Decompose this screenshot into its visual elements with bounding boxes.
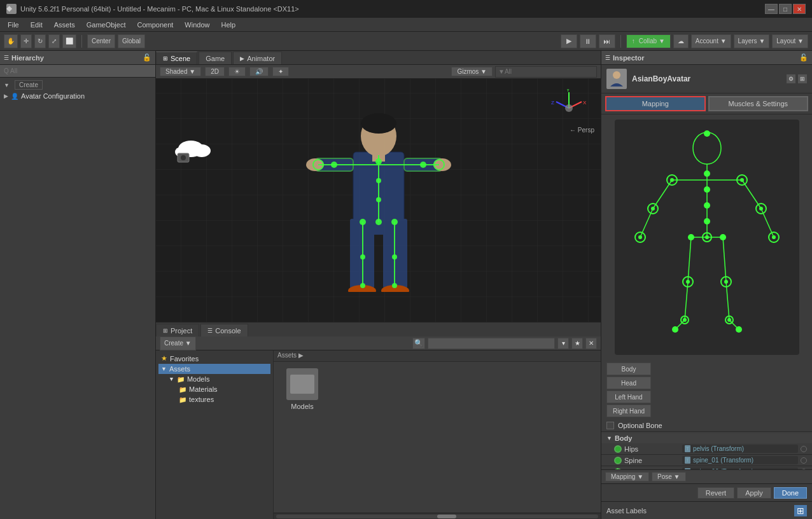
spine-bone-dot[interactable] xyxy=(801,457,807,464)
body-buttons: Body Head Left Hand Right Hand xyxy=(601,360,812,420)
svg-point-74 xyxy=(638,235,642,239)
project-tab-icon: ⊞ xyxy=(163,328,168,334)
scene-viewport[interactable]: X Z Y ← Persp xyxy=(156,79,601,322)
hierarchy-item-create: ▼ Create xyxy=(1,79,154,91)
project-options-icon[interactable]: ▾ xyxy=(557,338,569,349)
console-tab[interactable]: ☰ Console xyxy=(200,324,248,336)
create-button[interactable]: Create ▼ xyxy=(160,336,196,350)
pose-dropdown-button[interactable]: Pose ▼ xyxy=(652,472,685,481)
textures-item[interactable]: 📁 textures xyxy=(176,394,270,405)
body-button[interactable]: Body xyxy=(606,363,651,375)
models-label: Models xyxy=(187,375,209,383)
move-tool-button[interactable]: ✛ xyxy=(20,34,32,48)
sound-button[interactable]: 🔊 xyxy=(249,67,269,76)
scene-search[interactable] xyxy=(495,66,597,78)
project-search[interactable] xyxy=(428,338,555,349)
layout-button[interactable]: Layout ▼ xyxy=(772,34,808,48)
menu-edit[interactable]: Edit xyxy=(25,20,48,30)
cloud-button[interactable]: ☁ xyxy=(673,34,689,48)
gizmo-svg: X Z Y xyxy=(550,89,588,127)
expand-icon: ▶ xyxy=(4,93,8,99)
menu-file[interactable]: File xyxy=(3,20,24,30)
toolbar-right: ▶ ⏸ ⏭ ↑ Collab ▼ ☁ Account ▼ Layers ▼ La… xyxy=(561,34,808,48)
models-folder-item[interactable]: Models xyxy=(280,368,325,410)
inspector-panel: ☰ Inspector 🔓 AsianBoyAvatar ⚙ ⊞ xyxy=(601,51,812,519)
center-button[interactable]: Center xyxy=(87,34,115,48)
svg-point-26 xyxy=(420,162,426,168)
account-button[interactable]: Account ▼ xyxy=(691,34,731,48)
game-tab[interactable]: Game xyxy=(199,52,232,64)
scrollbar-thumb[interactable] xyxy=(437,515,456,518)
titlebar-controls[interactable]: — □ ✕ xyxy=(765,4,806,14)
layers-button[interactable]: Layers ▼ xyxy=(734,34,770,48)
menu-component[interactable]: Component xyxy=(132,20,178,30)
svg-point-31 xyxy=(391,219,398,225)
hand-tool-button[interactable]: ✋ xyxy=(4,34,18,48)
asset-labels-bar: Asset Labels ⊞ xyxy=(601,501,812,519)
asset-labels-button[interactable]: ⊞ xyxy=(794,505,807,516)
effects-button[interactable]: ✦ xyxy=(272,67,289,76)
lighting-button[interactable]: ☀ xyxy=(228,67,246,76)
minimize-button[interactable]: — xyxy=(765,4,778,14)
inspector-expand-icon[interactable]: ⊞ xyxy=(798,74,807,83)
inspector-bottom-toolbar: Mapping ▼ Pose ▼ xyxy=(601,469,812,483)
2d-button[interactable]: 2D xyxy=(205,67,225,76)
mapping-dropdown-button[interactable]: Mapping ▼ xyxy=(605,472,649,481)
persp-label: ← Persp xyxy=(570,127,594,134)
project-star-icon[interactable]: ★ xyxy=(571,338,583,349)
folder-icon-materials: 📁 xyxy=(179,386,186,393)
hierarchy-lock-icon[interactable]: 🔓 xyxy=(143,53,151,62)
project-tab[interactable]: ⊞ Project xyxy=(156,324,199,336)
avatar-svg xyxy=(608,70,626,88)
play-button[interactable]: ▶ xyxy=(561,34,577,48)
optional-bone-checkbox[interactable] xyxy=(606,422,614,429)
titlebar-title: Unity 5.6.2f1 Personal (64bit) - Untitle… xyxy=(20,5,299,13)
menu-gameobject[interactable]: GameObject xyxy=(81,20,131,30)
materials-item[interactable]: 📁 Materials xyxy=(176,384,270,394)
project-scrollbar[interactable] xyxy=(274,513,601,519)
muscles-settings-tab[interactable]: Muscles & Settings xyxy=(708,96,809,111)
mapping-tab[interactable]: Mapping xyxy=(605,96,706,111)
models-item[interactable]: ▼ 📁 Models xyxy=(166,374,270,384)
assets-root-item[interactable]: ▼ Assets xyxy=(158,364,270,374)
head-button[interactable]: Head xyxy=(606,377,651,389)
menu-window[interactable]: Window xyxy=(179,20,214,30)
scale-tool-button[interactable]: ⤢ xyxy=(48,34,60,48)
assets-children: ▼ 📁 Models 📁 Materials 📁 xyxy=(158,374,270,405)
gizmos-button[interactable]: Gizmos ▼ xyxy=(451,67,493,76)
svg-point-82 xyxy=(688,234,694,240)
hierarchy-item-avatar[interactable]: ▶ 👤 Avatar Configuration xyxy=(1,91,154,101)
global-button[interactable]: Global xyxy=(118,34,145,48)
inspector-lock-icon[interactable]: 🔓 xyxy=(799,53,808,62)
character-viewport xyxy=(162,88,595,292)
favorites-item[interactable]: ★ Favorites xyxy=(158,353,270,364)
maximize-button[interactable]: □ xyxy=(779,4,792,14)
pause-button[interactable]: ⏸ xyxy=(580,34,596,48)
hips-bone-dot[interactable] xyxy=(801,446,807,452)
svg-point-30 xyxy=(360,283,365,288)
project-console-tabs: ⊞ Project ☰ Console xyxy=(156,322,601,336)
animator-tab[interactable]: ▶ Animator xyxy=(233,52,282,64)
menu-assets[interactable]: Assets xyxy=(49,20,80,30)
inspector-settings-icon[interactable]: ⚙ xyxy=(787,74,795,83)
done-button[interactable]: Done xyxy=(774,487,807,499)
shading-dropdown[interactable]: Shaded ▼ xyxy=(160,67,201,76)
rotate-tool-button[interactable]: ↻ xyxy=(34,34,46,48)
scene-tab[interactable]: ⊞ Scene xyxy=(156,52,197,64)
rect-tool-button[interactable]: ⬜ xyxy=(62,34,76,48)
left-hand-button[interactable]: Left Hand xyxy=(606,391,651,403)
right-hand-button[interactable]: Right Hand xyxy=(606,405,651,417)
svg-text:X: X xyxy=(583,100,587,106)
close-button[interactable]: ✕ xyxy=(793,4,806,14)
step-button[interactable]: ⏭ xyxy=(599,34,615,48)
collab-button[interactable]: ↑ Collab ▼ xyxy=(626,34,671,48)
revert-button[interactable]: Revert xyxy=(697,487,734,499)
svg-point-38 xyxy=(181,155,186,160)
models-children: 📁 Materials 📁 textures xyxy=(166,384,270,405)
search-icon[interactable]: 🔍 xyxy=(412,338,425,349)
hierarchy-search[interactable] xyxy=(0,65,155,78)
menu-help[interactable]: Help xyxy=(216,20,241,30)
apply-button[interactable]: Apply xyxy=(737,487,771,499)
project-close-icon[interactable]: ✕ xyxy=(585,338,597,349)
svg-point-79 xyxy=(704,218,710,225)
